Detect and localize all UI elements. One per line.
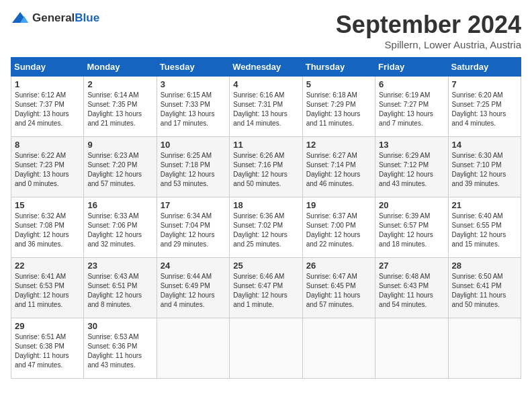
calendar-cell bbox=[448, 318, 521, 379]
logo-blue: Blue bbox=[75, 11, 99, 24]
weekday-header-sunday: Sunday bbox=[11, 58, 84, 77]
day-info: Sunrise: 6:43 AM Sunset: 6:51 PM Dayligh… bbox=[87, 272, 152, 310]
day-number: 4 bbox=[233, 79, 298, 89]
day-info: Sunrise: 6:26 AM Sunset: 7:16 PM Dayligh… bbox=[233, 151, 298, 189]
day-info: Sunrise: 6:25 AM Sunset: 7:18 PM Dayligh… bbox=[161, 151, 226, 189]
calendar-cell: 3Sunrise: 6:15 AM Sunset: 7:33 PM Daylig… bbox=[157, 77, 229, 137]
calendar-cell: 8Sunrise: 6:22 AM Sunset: 7:23 PM Daylig… bbox=[11, 137, 84, 197]
logo-general: General bbox=[32, 11, 75, 24]
logo-text: GeneralBlue bbox=[32, 11, 99, 25]
day-number: 20 bbox=[379, 200, 444, 210]
calendar-cell: 4Sunrise: 6:16 AM Sunset: 7:31 PM Daylig… bbox=[230, 77, 302, 137]
day-number: 12 bbox=[306, 140, 371, 150]
day-number: 10 bbox=[161, 140, 226, 150]
day-info: Sunrise: 6:51 AM Sunset: 6:38 PM Dayligh… bbox=[15, 332, 80, 370]
calendar-cell: 2Sunrise: 6:14 AM Sunset: 7:35 PM Daylig… bbox=[84, 77, 157, 137]
calendar-cell bbox=[302, 318, 375, 379]
day-info: Sunrise: 6:39 AM Sunset: 6:57 PM Dayligh… bbox=[379, 212, 444, 249]
logo: GeneralBlue bbox=[11, 11, 99, 26]
day-info: Sunrise: 6:19 AM Sunset: 7:27 PM Dayligh… bbox=[379, 91, 444, 128]
day-number: 26 bbox=[306, 261, 371, 271]
day-number: 3 bbox=[161, 79, 226, 89]
day-info: Sunrise: 6:16 AM Sunset: 7:31 PM Dayligh… bbox=[233, 91, 298, 128]
day-info: Sunrise: 6:36 AM Sunset: 7:02 PM Dayligh… bbox=[233, 212, 298, 249]
calendar-cell bbox=[375, 318, 448, 379]
day-number: 2 bbox=[87, 79, 152, 89]
calendar-week-row: 29Sunrise: 6:51 AM Sunset: 6:38 PM Dayli… bbox=[11, 318, 521, 379]
calendar-table: SundayMondayTuesdayWednesdayThursdayFrid… bbox=[11, 57, 521, 379]
day-info: Sunrise: 6:27 AM Sunset: 7:14 PM Dayligh… bbox=[306, 151, 371, 189]
day-info: Sunrise: 6:20 AM Sunset: 7:25 PM Dayligh… bbox=[452, 91, 517, 128]
day-number: 13 bbox=[379, 140, 444, 150]
calendar-cell bbox=[157, 318, 229, 379]
day-number: 27 bbox=[379, 261, 444, 271]
day-number: 22 bbox=[15, 261, 80, 271]
calendar-cell: 9Sunrise: 6:23 AM Sunset: 7:20 PM Daylig… bbox=[84, 137, 157, 197]
day-number: 5 bbox=[306, 79, 371, 89]
day-info: Sunrise: 6:23 AM Sunset: 7:20 PM Dayligh… bbox=[87, 151, 152, 189]
title-area: September 2024 Spillern, Lower Austria, … bbox=[336, 11, 521, 50]
calendar-cell: 27Sunrise: 6:48 AM Sunset: 6:43 PM Dayli… bbox=[375, 258, 448, 318]
day-number: 18 bbox=[233, 200, 298, 210]
day-number: 25 bbox=[233, 261, 298, 271]
calendar-cell: 24Sunrise: 6:44 AM Sunset: 6:49 PM Dayli… bbox=[157, 258, 229, 318]
day-number: 11 bbox=[233, 140, 298, 150]
calendar-cell: 30Sunrise: 6:53 AM Sunset: 6:36 PM Dayli… bbox=[84, 318, 157, 379]
weekday-header-friday: Friday bbox=[375, 58, 448, 77]
logo-icon bbox=[11, 11, 30, 26]
day-info: Sunrise: 6:50 AM Sunset: 6:41 PM Dayligh… bbox=[452, 272, 517, 310]
calendar-week-row: 22Sunrise: 6:41 AM Sunset: 6:53 PM Dayli… bbox=[11, 258, 521, 318]
weekday-header-saturday: Saturday bbox=[448, 58, 521, 77]
day-info: Sunrise: 6:47 AM Sunset: 6:45 PM Dayligh… bbox=[306, 272, 371, 310]
calendar-cell: 6Sunrise: 6:19 AM Sunset: 7:27 PM Daylig… bbox=[375, 77, 448, 137]
page-header: GeneralBlue September 2024 Spillern, Low… bbox=[11, 11, 521, 50]
day-number: 16 bbox=[87, 200, 152, 210]
calendar-cell: 13Sunrise: 6:29 AM Sunset: 7:12 PM Dayli… bbox=[375, 137, 448, 197]
calendar-cell: 1Sunrise: 6:12 AM Sunset: 7:37 PM Daylig… bbox=[11, 77, 84, 137]
day-info: Sunrise: 6:29 AM Sunset: 7:12 PM Dayligh… bbox=[379, 151, 444, 189]
day-number: 6 bbox=[379, 79, 444, 89]
calendar-week-row: 1Sunrise: 6:12 AM Sunset: 7:37 PM Daylig… bbox=[11, 77, 521, 137]
day-number: 28 bbox=[452, 261, 517, 271]
calendar-cell: 12Sunrise: 6:27 AM Sunset: 7:14 PM Dayli… bbox=[302, 137, 375, 197]
calendar-cell: 15Sunrise: 6:32 AM Sunset: 7:08 PM Dayli… bbox=[11, 197, 84, 258]
day-info: Sunrise: 6:15 AM Sunset: 7:33 PM Dayligh… bbox=[161, 91, 226, 128]
day-info: Sunrise: 6:32 AM Sunset: 7:08 PM Dayligh… bbox=[15, 212, 80, 249]
calendar-cell: 18Sunrise: 6:36 AM Sunset: 7:02 PM Dayli… bbox=[230, 197, 302, 258]
day-number: 24 bbox=[161, 261, 226, 271]
day-number: 14 bbox=[452, 140, 517, 150]
day-number: 19 bbox=[306, 200, 371, 210]
calendar-cell: 29Sunrise: 6:51 AM Sunset: 6:38 PM Dayli… bbox=[11, 318, 84, 379]
day-number: 7 bbox=[452, 79, 517, 89]
weekday-header-row: SundayMondayTuesdayWednesdayThursdayFrid… bbox=[11, 58, 521, 77]
calendar-cell: 22Sunrise: 6:41 AM Sunset: 6:53 PM Dayli… bbox=[11, 258, 84, 318]
weekday-header-monday: Monday bbox=[84, 58, 157, 77]
calendar-cell: 20Sunrise: 6:39 AM Sunset: 6:57 PM Dayli… bbox=[375, 197, 448, 258]
day-info: Sunrise: 6:30 AM Sunset: 7:10 PM Dayligh… bbox=[452, 151, 517, 189]
day-number: 23 bbox=[87, 261, 152, 271]
day-number: 9 bbox=[87, 140, 152, 150]
day-info: Sunrise: 6:22 AM Sunset: 7:23 PM Dayligh… bbox=[15, 151, 80, 189]
day-number: 29 bbox=[15, 321, 80, 331]
calendar-cell: 23Sunrise: 6:43 AM Sunset: 6:51 PM Dayli… bbox=[84, 258, 157, 318]
weekday-header-wednesday: Wednesday bbox=[230, 58, 302, 77]
weekday-header-tuesday: Tuesday bbox=[157, 58, 229, 77]
calendar-cell bbox=[230, 318, 302, 379]
day-number: 30 bbox=[87, 321, 152, 331]
calendar-week-row: 8Sunrise: 6:22 AM Sunset: 7:23 PM Daylig… bbox=[11, 137, 521, 197]
calendar-subtitle: Spillern, Lower Austria, Austria bbox=[336, 39, 521, 50]
calendar-cell: 11Sunrise: 6:26 AM Sunset: 7:16 PM Dayli… bbox=[230, 137, 302, 197]
day-info: Sunrise: 6:44 AM Sunset: 6:49 PM Dayligh… bbox=[161, 272, 226, 310]
day-info: Sunrise: 6:12 AM Sunset: 7:37 PM Dayligh… bbox=[15, 91, 80, 128]
day-info: Sunrise: 6:48 AM Sunset: 6:43 PM Dayligh… bbox=[379, 272, 444, 310]
day-info: Sunrise: 6:40 AM Sunset: 6:55 PM Dayligh… bbox=[452, 212, 517, 249]
day-info: Sunrise: 6:53 AM Sunset: 6:36 PM Dayligh… bbox=[87, 332, 152, 370]
day-info: Sunrise: 6:46 AM Sunset: 6:47 PM Dayligh… bbox=[233, 272, 298, 310]
calendar-cell: 14Sunrise: 6:30 AM Sunset: 7:10 PM Dayli… bbox=[448, 137, 521, 197]
calendar-cell: 10Sunrise: 6:25 AM Sunset: 7:18 PM Dayli… bbox=[157, 137, 229, 197]
day-number: 17 bbox=[161, 200, 226, 210]
day-info: Sunrise: 6:37 AM Sunset: 7:00 PM Dayligh… bbox=[306, 212, 371, 249]
calendar-cell: 28Sunrise: 6:50 AM Sunset: 6:41 PM Dayli… bbox=[448, 258, 521, 318]
calendar-cell: 17Sunrise: 6:34 AM Sunset: 7:04 PM Dayli… bbox=[157, 197, 229, 258]
day-number: 1 bbox=[15, 79, 80, 89]
